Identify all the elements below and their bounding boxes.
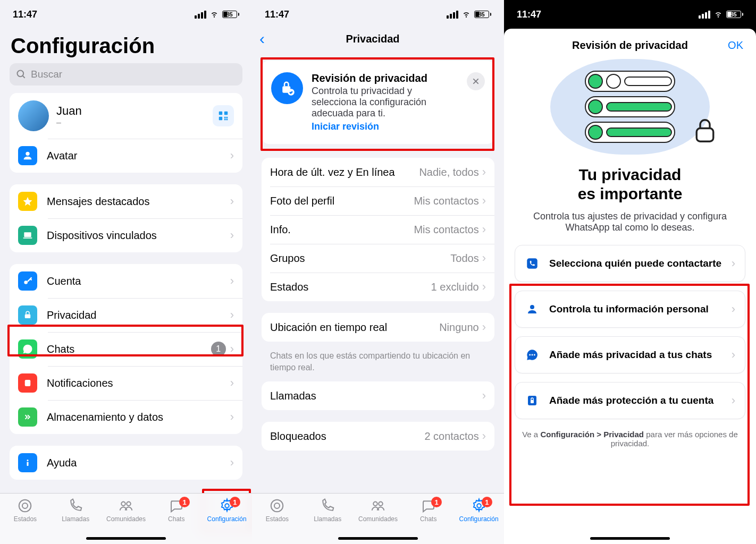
tab-status[interactable]: Estados [0, 498, 51, 544]
status-icon [269, 498, 285, 514]
calls-card: Llamadas› [262, 381, 494, 410]
info-row[interactable]: Info.Mis contactos› [262, 215, 494, 244]
privacy-row[interactable]: Privacidad › [10, 298, 242, 332]
status-right: 35 [195, 11, 239, 19]
privacy-illustration [550, 59, 710, 155]
chevron-right-icon: › [482, 280, 486, 294]
location-row[interactable]: Ubicación en tiempo realNinguno› [262, 313, 494, 342]
chevron-right-icon: › [230, 228, 234, 242]
chevron-right-icon: › [732, 257, 735, 270]
tab-config[interactable]: Configuración1 [453, 498, 504, 544]
account-label: Cuenta [47, 275, 230, 287]
chevron-right-icon: › [230, 342, 234, 356]
blocked-row[interactable]: Bloqueados2 contactos› [262, 422, 494, 450]
nav-bar: ‹ Privacidad [252, 27, 504, 54]
help-card: Ayuda › [10, 446, 242, 480]
status-bar: 11:47 35 [504, 0, 756, 27]
privacy-review-promo[interactable]: Revisión de privacidad Controla tu priva… [262, 61, 494, 144]
chevron-right-icon: › [482, 194, 486, 208]
laptop-icon [18, 226, 37, 245]
avatar-icon [18, 146, 37, 165]
svg-rect-16 [27, 462, 29, 466]
tab-status[interactable]: Estados [252, 498, 303, 544]
phone-icon [68, 498, 83, 514]
chats-row[interactable]: Chats 1 › [10, 332, 242, 366]
communities-icon [370, 498, 386, 514]
status-time: 11:47 [265, 9, 289, 20]
sheet-footnote: Ve a Configuración > Privacidad para ver… [515, 428, 745, 450]
tab-badge: 1 [230, 497, 240, 507]
tab-badge: 1 [431, 497, 442, 507]
ok-button[interactable]: OK [728, 39, 743, 52]
starred-row[interactable]: Mensajes destacados › [10, 184, 242, 218]
whatsapp-icon [18, 339, 37, 359]
location-card: Ubicación en tiempo realNinguno› [262, 313, 494, 342]
screen-privacy-review: 11:47 35 Revisión de privacidad OK Tu pr… [504, 0, 756, 544]
option-personal-info[interactable]: Controla tu información personal › [515, 291, 745, 328]
calls-row[interactable]: Llamadas› [262, 381, 494, 410]
svg-rect-11 [23, 237, 32, 239]
battery-icon: 35 [726, 11, 743, 18]
svg-rect-8 [226, 117, 228, 118]
status-bar: 11:47 35 [252, 0, 504, 27]
svg-point-19 [121, 502, 125, 506]
svg-rect-7 [224, 119, 226, 121]
profile-sub: – [56, 118, 213, 128]
close-button[interactable] [467, 72, 485, 90]
svg-rect-32 [527, 258, 537, 269]
photo-row[interactable]: Foto del perfilMis contactos› [262, 186, 494, 215]
notifications-row[interactable]: Notificaciones › [10, 366, 242, 400]
lastseen-row[interactable]: Hora de últ. vez y En líneaNadie, todos› [262, 158, 494, 186]
option-contact[interactable]: Selecciona quién puede contactarte › [515, 245, 745, 282]
chevron-right-icon: › [230, 149, 234, 163]
option-chat-privacy[interactable]: Añade más privacidad a tus chats › [515, 336, 745, 373]
linked-row[interactable]: Dispositivos vinculados › [10, 218, 242, 252]
svg-point-21 [225, 504, 229, 508]
signal-icon [447, 11, 458, 19]
svg-point-29 [379, 502, 383, 506]
status-bar: 11:47 35 [0, 0, 252, 27]
lock-square-icon [525, 393, 540, 408]
chevron-right-icon: › [482, 429, 486, 443]
status-row[interactable]: Estados1 excluido› [262, 273, 494, 301]
svg-point-20 [127, 502, 131, 506]
wifi-icon [209, 11, 219, 18]
chevron-right-icon: › [230, 194, 234, 208]
help-row[interactable]: Ayuda › [10, 446, 242, 480]
svg-point-33 [530, 305, 534, 309]
tab-badge: 1 [482, 497, 492, 507]
home-indicator [338, 537, 418, 540]
groups-row[interactable]: GruposTodos› [262, 244, 494, 273]
search-input[interactable]: Buscar [10, 63, 242, 86]
storage-label: Almacenamiento y datos [47, 411, 230, 423]
svg-point-18 [22, 503, 28, 508]
phone-icon [320, 498, 335, 514]
chevron-right-icon: › [230, 456, 234, 470]
blocked-card: Bloqueados2 contactos› [262, 422, 494, 450]
storage-row[interactable]: Almacenamiento y datos › [10, 400, 242, 434]
screen-privacy: 11:47 35 ‹ Privacidad Revisión de privac… [252, 0, 504, 544]
svg-point-9 [26, 152, 29, 156]
option-account-protection[interactable]: Añade más protección a tu cuenta › [515, 382, 745, 419]
signal-icon [195, 11, 206, 19]
svg-rect-5 [224, 117, 226, 118]
promo-title: Revisión de privacidad [312, 72, 458, 84]
battery-icon: 35 [474, 11, 491, 18]
tab-config[interactable]: Configuración1 [201, 498, 252, 544]
promo-link[interactable]: Iniciar revisión [312, 121, 458, 132]
svg-point-34 [529, 354, 531, 356]
notifications-icon [18, 373, 37, 393]
help-label: Ayuda [47, 457, 230, 469]
avatar-row[interactable]: Avatar › [10, 139, 242, 173]
avatar [18, 100, 49, 131]
account-row[interactable]: Cuenta › [10, 264, 242, 298]
profile-row[interactable]: Juan – [10, 93, 242, 139]
qr-button[interactable] [213, 105, 234, 126]
svg-rect-4 [219, 117, 222, 120]
battery-icon: 35 [222, 11, 239, 18]
main-settings-card: Cuenta › Privacidad › Chats 1 › [10, 264, 242, 434]
status-time: 11:47 [517, 9, 541, 20]
search-icon [16, 69, 27, 80]
back-button[interactable]: ‹ [259, 30, 265, 48]
tab-bar: Estados Llamadas Comunidades Chats1 Conf… [252, 493, 504, 544]
